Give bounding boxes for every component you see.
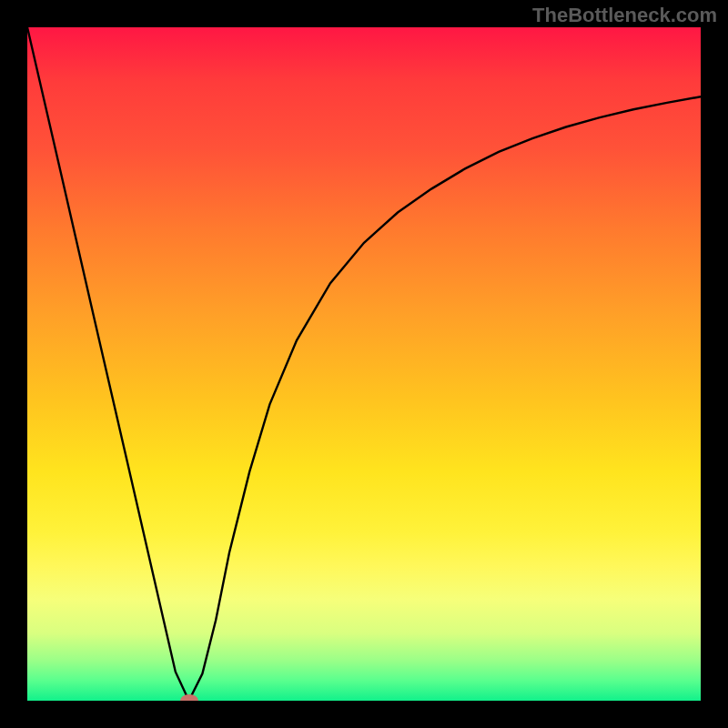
chart-container: TheBottleneck.com bbox=[0, 0, 728, 728]
plot-area bbox=[27, 27, 701, 701]
watermark-text: TheBottleneck.com bbox=[532, 4, 717, 27]
plot-frame bbox=[0, 0, 728, 728]
minimum-marker bbox=[180, 694, 198, 701]
curve-line bbox=[27, 27, 701, 701]
curve-svg bbox=[27, 27, 701, 701]
